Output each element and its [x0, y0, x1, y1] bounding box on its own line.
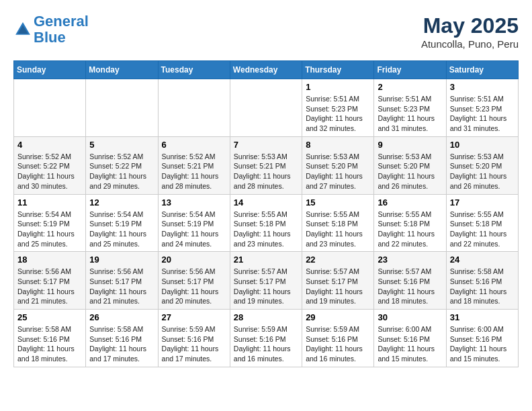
- day-cell: [14, 79, 86, 137]
- page-header: General Blue May 2025 Atuncolla, Puno, P…: [13, 13, 519, 50]
- day-info: Sunrise: 5:51 AMSunset: 5:23 PMDaylight:…: [378, 94, 442, 134]
- day-info: Sunrise: 5:56 AMSunset: 5:17 PMDaylight:…: [17, 267, 82, 306]
- day-info: Sunrise: 5:56 AMSunset: 5:17 PMDaylight:…: [89, 267, 154, 306]
- day-cell: 9Sunrise: 5:53 AMSunset: 5:20 PMDaylight…: [374, 136, 446, 194]
- day-number: 11: [17, 197, 82, 208]
- day-cell: [230, 79, 302, 137]
- day-info: Sunrise: 5:55 AMSunset: 5:18 PMDaylight:…: [378, 210, 442, 249]
- day-info: Sunrise: 5:54 AMSunset: 5:19 PMDaylight:…: [162, 210, 226, 249]
- day-info: Sunrise: 6:00 AMSunset: 5:16 PMDaylight:…: [450, 324, 515, 364]
- day-cell: 14Sunrise: 5:55 AMSunset: 5:18 PMDayligh…: [230, 194, 302, 252]
- day-number: 18: [17, 255, 82, 265]
- col-header-thursday: Thursday: [302, 61, 374, 79]
- day-number: 30: [378, 312, 442, 322]
- day-cell: 4Sunrise: 5:52 AMSunset: 5:22 PMDaylight…: [14, 136, 86, 194]
- logo-icon: [13, 20, 32, 39]
- day-number: 27: [162, 312, 226, 322]
- day-cell: [86, 79, 158, 137]
- day-number: 9: [378, 140, 442, 150]
- col-header-monday: Monday: [86, 61, 158, 79]
- week-row-2: 4Sunrise: 5:52 AMSunset: 5:22 PMDaylight…: [14, 136, 519, 194]
- day-info: Sunrise: 5:59 AMSunset: 5:16 PMDaylight:…: [234, 324, 298, 364]
- day-cell: 1Sunrise: 5:51 AMSunset: 5:23 PMDaylight…: [302, 79, 374, 137]
- location: Atuncolla, Puno, Peru: [421, 38, 519, 50]
- day-info: Sunrise: 5:52 AMSunset: 5:22 PMDaylight:…: [89, 152, 154, 191]
- day-cell: 27Sunrise: 5:59 AMSunset: 5:16 PMDayligh…: [158, 310, 230, 367]
- day-number: 14: [234, 197, 298, 208]
- day-cell: 29Sunrise: 5:59 AMSunset: 5:16 PMDayligh…: [302, 310, 374, 367]
- day-number: 31: [450, 312, 515, 322]
- col-header-tuesday: Tuesday: [158, 61, 230, 79]
- day-number: 22: [306, 255, 370, 265]
- calendar-table: SundayMondayTuesdayWednesdayThursdayFrid…: [13, 60, 519, 367]
- day-info: Sunrise: 5:57 AMSunset: 5:17 PMDaylight:…: [306, 267, 370, 306]
- calendar-header-row: SundayMondayTuesdayWednesdayThursdayFrid…: [14, 61, 519, 79]
- day-info: Sunrise: 5:59 AMSunset: 5:16 PMDaylight:…: [162, 324, 226, 364]
- logo: General Blue: [13, 13, 89, 46]
- day-info: Sunrise: 5:57 AMSunset: 5:16 PMDaylight:…: [378, 267, 442, 306]
- day-number: 23: [378, 255, 442, 265]
- day-number: 13: [162, 197, 226, 208]
- day-cell: 31Sunrise: 6:00 AMSunset: 5:16 PMDayligh…: [446, 310, 518, 367]
- day-number: 3: [450, 82, 515, 92]
- day-cell: 20Sunrise: 5:56 AMSunset: 5:17 PMDayligh…: [158, 252, 230, 310]
- day-info: Sunrise: 6:00 AMSunset: 5:16 PMDaylight:…: [378, 324, 442, 364]
- day-info: Sunrise: 5:58 AMSunset: 5:16 PMDaylight:…: [450, 267, 515, 306]
- logo-text: General Blue: [34, 13, 89, 46]
- day-number: 28: [234, 312, 298, 322]
- day-cell: 23Sunrise: 5:57 AMSunset: 5:16 PMDayligh…: [374, 252, 446, 310]
- week-row-4: 18Sunrise: 5:56 AMSunset: 5:17 PMDayligh…: [14, 252, 519, 310]
- logo-line2: Blue: [34, 29, 66, 46]
- day-cell: 25Sunrise: 5:58 AMSunset: 5:16 PMDayligh…: [14, 310, 86, 367]
- day-cell: 17Sunrise: 5:55 AMSunset: 5:18 PMDayligh…: [446, 194, 518, 252]
- day-number: 2: [378, 82, 442, 92]
- day-cell: 8Sunrise: 5:53 AMSunset: 5:20 PMDaylight…: [302, 136, 374, 194]
- day-info: Sunrise: 5:55 AMSunset: 5:18 PMDaylight:…: [306, 210, 370, 249]
- month-year: May 2025: [421, 13, 519, 38]
- day-number: 1: [306, 82, 370, 92]
- day-cell: 10Sunrise: 5:53 AMSunset: 5:20 PMDayligh…: [446, 136, 518, 194]
- day-cell: 15Sunrise: 5:55 AMSunset: 5:18 PMDayligh…: [302, 194, 374, 252]
- col-header-sunday: Sunday: [14, 61, 86, 79]
- day-number: 7: [234, 140, 298, 150]
- day-number: 17: [450, 197, 515, 208]
- day-cell: 21Sunrise: 5:57 AMSunset: 5:17 PMDayligh…: [230, 252, 302, 310]
- day-cell: 3Sunrise: 5:51 AMSunset: 5:23 PMDaylight…: [446, 79, 518, 137]
- day-info: Sunrise: 5:55 AMSunset: 5:18 PMDaylight:…: [234, 210, 298, 249]
- day-cell: 24Sunrise: 5:58 AMSunset: 5:16 PMDayligh…: [446, 252, 518, 310]
- day-cell: 11Sunrise: 5:54 AMSunset: 5:19 PMDayligh…: [14, 194, 86, 252]
- day-number: 10: [450, 140, 515, 150]
- day-info: Sunrise: 5:55 AMSunset: 5:18 PMDaylight:…: [450, 210, 515, 249]
- day-number: 5: [89, 140, 154, 150]
- day-cell: 2Sunrise: 5:51 AMSunset: 5:23 PMDaylight…: [374, 79, 446, 137]
- day-info: Sunrise: 5:57 AMSunset: 5:17 PMDaylight:…: [234, 267, 298, 306]
- day-info: Sunrise: 5:58 AMSunset: 5:16 PMDaylight:…: [89, 324, 154, 364]
- col-header-wednesday: Wednesday: [230, 61, 302, 79]
- day-cell: 18Sunrise: 5:56 AMSunset: 5:17 PMDayligh…: [14, 252, 86, 310]
- col-header-saturday: Saturday: [446, 61, 518, 79]
- day-cell: 22Sunrise: 5:57 AMSunset: 5:17 PMDayligh…: [302, 252, 374, 310]
- day-info: Sunrise: 5:52 AMSunset: 5:21 PMDaylight:…: [162, 152, 226, 191]
- day-info: Sunrise: 5:54 AMSunset: 5:19 PMDaylight:…: [17, 210, 82, 249]
- day-number: 6: [162, 140, 226, 150]
- day-number: 21: [234, 255, 298, 265]
- day-number: 24: [450, 255, 515, 265]
- day-number: 8: [306, 140, 370, 150]
- day-info: Sunrise: 5:53 AMSunset: 5:21 PMDaylight:…: [234, 152, 298, 191]
- day-cell: 30Sunrise: 6:00 AMSunset: 5:16 PMDayligh…: [374, 310, 446, 367]
- day-cell: [158, 79, 230, 137]
- week-row-1: 1Sunrise: 5:51 AMSunset: 5:23 PMDaylight…: [14, 79, 519, 137]
- day-number: 25: [17, 312, 82, 322]
- day-info: Sunrise: 5:53 AMSunset: 5:20 PMDaylight:…: [450, 152, 515, 191]
- day-info: Sunrise: 5:56 AMSunset: 5:17 PMDaylight:…: [162, 267, 226, 306]
- day-cell: 12Sunrise: 5:54 AMSunset: 5:19 PMDayligh…: [86, 194, 158, 252]
- week-row-5: 25Sunrise: 5:58 AMSunset: 5:16 PMDayligh…: [14, 310, 519, 367]
- day-info: Sunrise: 5:59 AMSunset: 5:16 PMDaylight:…: [306, 324, 370, 364]
- day-cell: 16Sunrise: 5:55 AMSunset: 5:18 PMDayligh…: [374, 194, 446, 252]
- day-cell: 6Sunrise: 5:52 AMSunset: 5:21 PMDaylight…: [158, 136, 230, 194]
- day-info: Sunrise: 5:53 AMSunset: 5:20 PMDaylight:…: [378, 152, 442, 191]
- day-number: 4: [17, 140, 82, 150]
- day-number: 16: [378, 197, 442, 208]
- day-info: Sunrise: 5:51 AMSunset: 5:23 PMDaylight:…: [306, 94, 370, 134]
- day-number: 15: [306, 197, 370, 208]
